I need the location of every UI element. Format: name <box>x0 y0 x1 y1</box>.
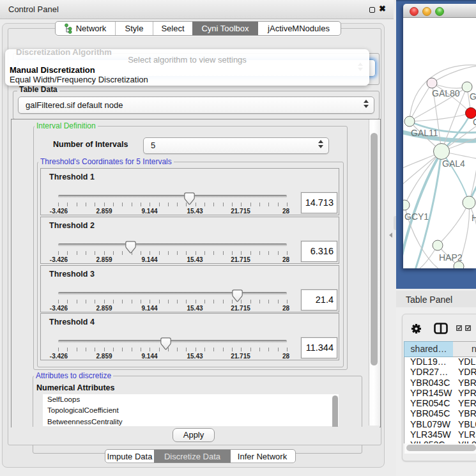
svg-text:GA: GA <box>470 91 476 102</box>
svg-text:GAL11: GAL11 <box>411 128 438 138</box>
svg-text:HAP2: HAP2 <box>439 252 463 263</box>
svg-text:H: H <box>472 213 476 223</box>
svg-text:GAL4: GAL4 <box>442 158 465 169</box>
svg-text:GCY1: GCY1 <box>404 211 429 222</box>
svg-text:GAL80: GAL80 <box>432 88 460 98</box>
svg-text:C: C <box>473 117 476 127</box>
